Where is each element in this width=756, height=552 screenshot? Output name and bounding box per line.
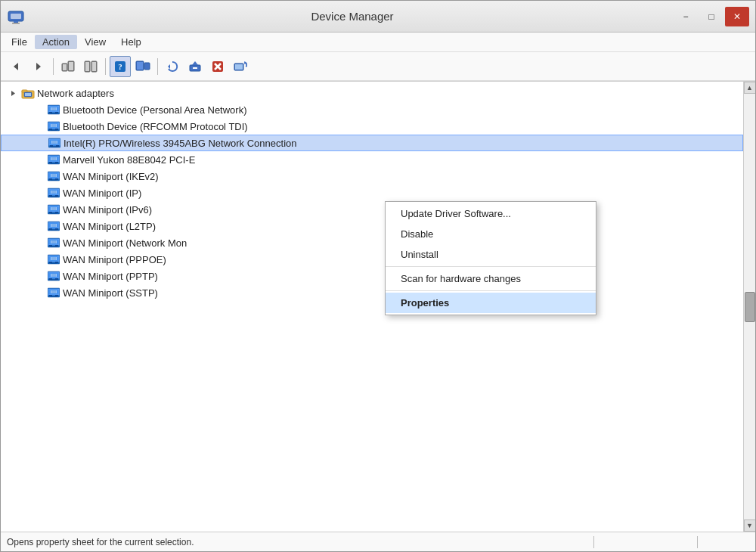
menu-bar: File Action View Help bbox=[1, 33, 755, 52]
tree-item-intel-wireless[interactable]: Intel(R) PRO/Wireless 3945ABG Network Co… bbox=[1, 135, 743, 151]
status-text: Opens property sheet for the current sel… bbox=[7, 537, 587, 547]
svg-text:?: ? bbox=[118, 62, 122, 71]
expand-icon bbox=[7, 87, 19, 99]
toolbar-help-button[interactable]: ? bbox=[110, 56, 131, 77]
device-icon-marvell bbox=[47, 153, 60, 166]
device-label-wan-pptp: WAN Miniport (PPTP) bbox=[63, 271, 158, 282]
tree-item-wan-netmon[interactable]: WAN Miniport (Network Mon bbox=[1, 234, 743, 251]
tree-item-wan-ip[interactable]: WAN Miniport (IP) bbox=[1, 185, 743, 201]
svg-rect-8 bbox=[63, 64, 67, 70]
toolbar-update-driver-button[interactable] bbox=[184, 56, 206, 77]
svg-marker-28 bbox=[11, 91, 15, 96]
svg-marker-5 bbox=[36, 63, 41, 70]
menu-help[interactable]: Help bbox=[113, 35, 149, 49]
svg-rect-18 bbox=[144, 63, 150, 70]
svg-marker-19 bbox=[168, 64, 170, 69]
toolbar-tree-up-button[interactable] bbox=[57, 56, 79, 77]
device-label-wan-sstp: WAN Miniport (SSTP) bbox=[63, 287, 158, 299]
toolbar-back-button[interactable] bbox=[5, 56, 26, 77]
device-label-wan-ikev2: WAN Miniport (IKEv2) bbox=[63, 171, 159, 182]
device-icon-bluetooth-pan bbox=[47, 103, 60, 116]
tree-item-wan-sstp[interactable]: WAN Miniport (SSTP) bbox=[1, 284, 743, 301]
ctx-separator-1 bbox=[386, 266, 596, 267]
tree-item-wan-l2tp[interactable]: WAN Miniport (L2TP) bbox=[1, 218, 743, 234]
device-manager-window: Device Manager − □ ✕ File Action View He… bbox=[0, 0, 756, 552]
ctx-properties[interactable]: Properties bbox=[386, 293, 596, 313]
device-icon-wan-netmon bbox=[47, 236, 60, 250]
minimize-button[interactable]: − bbox=[674, 7, 698, 26]
toolbar-separator-2 bbox=[105, 58, 106, 75]
ctx-update-driver[interactable]: Update Driver Software... bbox=[386, 203, 596, 224]
tree-item-wan-pptp[interactable]: WAN Miniport (PPTP) bbox=[1, 268, 743, 284]
svg-rect-17 bbox=[137, 62, 143, 70]
toolbar-separator-3 bbox=[157, 58, 158, 75]
device-icon-wan-l2tp bbox=[47, 219, 60, 233]
toolbar-scan-button[interactable] bbox=[230, 56, 251, 77]
ctx-disable[interactable]: Disable bbox=[386, 224, 596, 244]
device-icon-wan-sstp bbox=[47, 286, 60, 299]
menu-file[interactable]: File bbox=[4, 35, 35, 49]
ctx-uninstall[interactable]: Uninstall bbox=[386, 244, 596, 265]
title-bar: Device Manager − □ ✕ bbox=[1, 1, 755, 33]
toolbar-device-manager-button[interactable] bbox=[132, 56, 153, 77]
device-icon-wan-ikev2 bbox=[47, 169, 60, 183]
toolbar-uninstall-button[interactable] bbox=[207, 56, 228, 77]
tree-item-network-adapters[interactable]: Network adapters bbox=[1, 85, 743, 101]
device-label-wan-pppoe: WAN Miniport (PPPOE) bbox=[63, 254, 166, 265]
status-divider-1 bbox=[593, 536, 594, 548]
tree-item-wan-pppoe[interactable]: WAN Miniport (PPPOE) bbox=[1, 251, 743, 268]
toolbar: ? bbox=[1, 52, 755, 81]
toolbar-separator-1 bbox=[53, 58, 54, 75]
device-label-wan-ip: WAN Miniport (IP) bbox=[63, 188, 141, 199]
toolbar-properties-panel-button[interactable] bbox=[80, 56, 101, 77]
menu-action[interactable]: Action bbox=[35, 35, 77, 49]
svg-rect-27 bbox=[235, 64, 243, 70]
ctx-separator-2 bbox=[386, 290, 596, 291]
network-adapters-label: Network adapters bbox=[37, 88, 114, 99]
device-label-bluetooth-rfcomm: Bluetooth Device (RFCOMM Protocol TDI) bbox=[63, 121, 248, 132]
svg-rect-2 bbox=[14, 21, 18, 23]
device-icon-wan-ip bbox=[47, 186, 60, 200]
window-controls: − □ ✕ bbox=[674, 7, 749, 26]
tree-item-bluetooth-rfcomm[interactable]: Bluetooth Device (RFCOMM Protocol TDI) bbox=[1, 118, 743, 135]
context-menu: Update Driver Software... Disable Uninst… bbox=[385, 201, 596, 315]
main-area: Network adapters Bluetooth Device (Perso… bbox=[1, 81, 755, 532]
close-button[interactable]: ✕ bbox=[725, 7, 749, 26]
device-label-wan-netmon: WAN Miniport (Network Mon bbox=[63, 237, 187, 249]
vertical-scrollbar[interactable]: ▲ ▼ bbox=[743, 82, 755, 532]
network-adapters-icon bbox=[21, 86, 35, 100]
tree-item-marvell[interactable]: Marvell Yukon 88E8042 PCI-E bbox=[1, 151, 743, 168]
svg-marker-4 bbox=[14, 63, 18, 70]
toolbar-forward-button[interactable] bbox=[28, 56, 49, 77]
svg-rect-32 bbox=[25, 93, 31, 96]
device-icon-wan-pppoe bbox=[47, 253, 60, 266]
ctx-scan-hardware[interactable]: Scan for hardware changes bbox=[386, 268, 596, 289]
device-tree-panel[interactable]: Network adapters Bluetooth Device (Perso… bbox=[1, 82, 743, 532]
tree-item-wan-ipv6[interactable]: WAN Miniport (IPv6) bbox=[1, 201, 743, 218]
device-label-wan-l2tp: WAN Miniport (L2TP) bbox=[63, 221, 156, 232]
svg-rect-22 bbox=[193, 67, 197, 69]
svg-marker-21 bbox=[192, 61, 198, 65]
tree-item-bluetooth-pan[interactable]: Bluetooth Device (Personal Area Network) bbox=[1, 101, 743, 118]
restore-button[interactable]: □ bbox=[699, 7, 723, 26]
window-title: Device Manager bbox=[31, 10, 674, 23]
scroll-down-arrow[interactable]: ▼ bbox=[744, 519, 756, 532]
svg-rect-12 bbox=[85, 62, 89, 71]
svg-rect-30 bbox=[22, 90, 27, 92]
svg-rect-3 bbox=[12, 23, 20, 24]
device-icon-wan-ipv6 bbox=[47, 203, 60, 216]
device-icon-bluetooth-rfcomm bbox=[47, 119, 60, 133]
svg-rect-9 bbox=[69, 62, 73, 70]
status-divider-2 bbox=[697, 536, 698, 548]
scroll-up-arrow[interactable]: ▲ bbox=[744, 82, 756, 94]
menu-view[interactable]: View bbox=[77, 35, 113, 49]
tree-item-wan-ikev2[interactable]: WAN Miniport (IKEv2) bbox=[1, 168, 743, 185]
toolbar-refresh-button[interactable] bbox=[162, 56, 183, 77]
scroll-thumb[interactable] bbox=[745, 292, 755, 322]
app-icon bbox=[7, 8, 25, 26]
svg-rect-1 bbox=[11, 14, 21, 19]
device-label-intel-wireless: Intel(R) PRO/Wireless 3945ABG Network Co… bbox=[64, 138, 297, 149]
device-icon-wan-pptp bbox=[47, 269, 60, 283]
svg-rect-13 bbox=[92, 62, 96, 71]
device-label-marvell: Marvell Yukon 88E8042 PCI-E bbox=[63, 154, 195, 166]
